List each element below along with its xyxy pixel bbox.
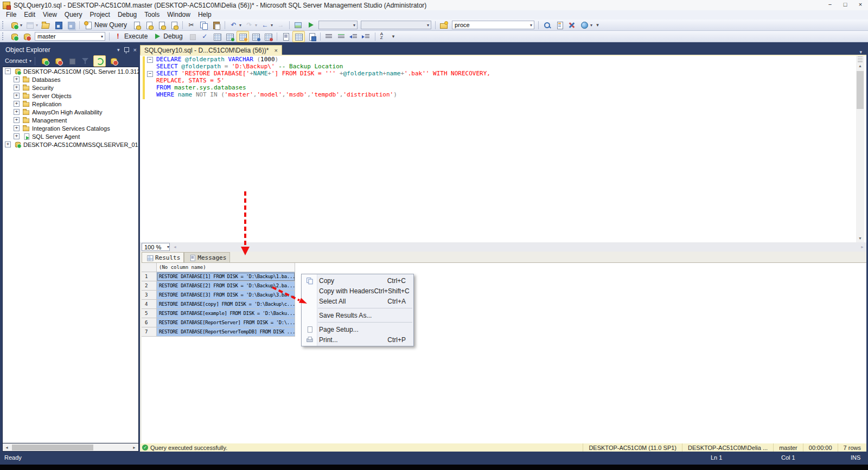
code-line-6[interactable]: WHERE name NOT IN ('master','model','msd… bbox=[140, 91, 856, 98]
expand-icon[interactable]: + bbox=[14, 109, 20, 115]
start-debugging-button[interactable] bbox=[305, 20, 316, 30]
result-cell[interactable]: RESTORE DATABASE[example] FROM DISK = 'D… bbox=[157, 309, 295, 318]
splitter-grip[interactable] bbox=[858, 56, 863, 62]
chevron-down-icon[interactable]: ▾ bbox=[530, 23, 532, 28]
expand-icon[interactable]: + bbox=[14, 85, 20, 91]
fold-collapse-icon[interactable]: − bbox=[147, 57, 153, 63]
zoom-combo[interactable]: 100 % ▾ bbox=[142, 243, 170, 251]
database-engine-query-button[interactable] bbox=[131, 20, 142, 30]
results-to-file-button[interactable] bbox=[306, 31, 317, 42]
maximize-button[interactable]: □ bbox=[838, 0, 853, 10]
parse-button[interactable]: ✓ bbox=[199, 31, 210, 42]
menu-debug[interactable]: Debug bbox=[114, 10, 141, 20]
activity-monitor-button[interactable]: ▾ bbox=[24, 20, 39, 30]
showplan-xml-button[interactable] bbox=[292, 20, 304, 30]
table-row[interactable]: 2RESTORE DATABASE[2] FROM DISK = 'D:\Bac… bbox=[142, 281, 866, 291]
disconnect-server-button[interactable] bbox=[53, 56, 64, 66]
stop-button[interactable] bbox=[66, 56, 78, 66]
menu-item-copy-with-headers[interactable]: Copy with HeadersCtrl+Shift+C bbox=[302, 286, 413, 296]
expand-icon[interactable]: + bbox=[14, 101, 20, 107]
toolbar-options-icon[interactable]: ▾ bbox=[596, 22, 599, 28]
save-all-button[interactable] bbox=[65, 20, 76, 30]
menu-file[interactable]: File bbox=[2, 10, 20, 20]
menu-edit[interactable]: Edit bbox=[20, 10, 39, 20]
close-button[interactable]: × bbox=[853, 0, 868, 10]
dmx-query-button[interactable] bbox=[156, 20, 167, 30]
undo-button[interactable]: ↶▾ bbox=[228, 20, 242, 30]
chevron-down-icon[interactable]: ▾ bbox=[427, 23, 429, 28]
chevron-down-icon[interactable]: ▾ bbox=[101, 34, 103, 39]
expand-icon[interactable]: + bbox=[14, 125, 20, 131]
navigate-backward-button[interactable]: ←▾ bbox=[259, 20, 274, 30]
available-databases-combo[interactable]: master▾ bbox=[35, 32, 105, 41]
mdx-query-button[interactable] bbox=[143, 20, 155, 30]
increase-indent-button[interactable] bbox=[361, 31, 372, 42]
code-line-5[interactable]: FROM master.sys.databases bbox=[140, 84, 856, 91]
grid-corner-cell[interactable] bbox=[142, 263, 157, 272]
pin-icon[interactable] bbox=[124, 47, 129, 52]
expand-icon[interactable]: + bbox=[14, 117, 20, 123]
sql-editor[interactable]: −DECLARE @folderpath VARCHAR (1000)SELEC… bbox=[140, 56, 866, 242]
new-query-button[interactable]: New Query bbox=[82, 20, 130, 30]
decrease-indent-button[interactable] bbox=[348, 31, 360, 42]
result-cell[interactable]: RESTORE DATABASE[ReportServerTempDB] FRO… bbox=[157, 327, 295, 337]
chevron-down-icon[interactable]: ▾ bbox=[353, 23, 355, 28]
quick-find-button[interactable] bbox=[541, 20, 553, 30]
tree-item-sql-server-agent[interactable]: +SQL Server Agent bbox=[3, 132, 138, 140]
copy-button[interactable] bbox=[198, 20, 209, 30]
toolbar-grip[interactable] bbox=[2, 33, 7, 40]
uncomment-selection-button[interactable] bbox=[336, 31, 347, 42]
row-number-cell[interactable]: 2 bbox=[142, 281, 157, 291]
result-cell[interactable]: RESTORE DATABASE[2] FROM DISK = 'D:\Back… bbox=[157, 281, 295, 291]
tree-item-integration-services-catalogs[interactable]: +Integration Services Catalogs bbox=[3, 124, 138, 132]
menu-view[interactable]: View bbox=[39, 10, 61, 20]
scroll-right-icon[interactable]: ► bbox=[130, 446, 138, 449]
intellisense-enabled-button[interactable] bbox=[237, 31, 249, 42]
code-line-1[interactable]: −DECLARE @folderpath VARCHAR (1000) bbox=[140, 56, 856, 63]
save-button[interactable] bbox=[53, 20, 64, 30]
open-file-button[interactable] bbox=[40, 20, 52, 30]
expand-icon[interactable]: + bbox=[14, 76, 20, 82]
filter-button[interactable] bbox=[80, 56, 91, 66]
tab-list-dropdown-icon[interactable]: ▾ bbox=[859, 49, 862, 55]
code-line-4[interactable]: REPLACE, STATS = 5' bbox=[140, 77, 856, 84]
row-number-cell[interactable]: 7 bbox=[142, 327, 157, 337]
tree-item-databases[interactable]: +Databases bbox=[3, 75, 138, 83]
toolbar-grip[interactable] bbox=[2, 21, 7, 29]
tree-item-alwayson-high-availability[interactable]: +AlwaysOn High Availability bbox=[3, 108, 138, 116]
shutdown-server-button[interactable] bbox=[108, 56, 119, 66]
result-cell[interactable]: RESTORE DATABASE[3] FROM DISK = 'D:\Back… bbox=[157, 291, 295, 300]
row-number-cell[interactable]: 5 bbox=[142, 309, 157, 318]
tab-results[interactable]: Results bbox=[142, 252, 184, 262]
expand-icon[interactable]: + bbox=[14, 93, 20, 99]
grid-column-header[interactable]: (No column name) bbox=[157, 263, 295, 272]
result-cell[interactable]: RESTORE DATABASE[1] FROM DISK = 'D:\Back… bbox=[157, 272, 295, 281]
results-to-grid-button[interactable] bbox=[292, 31, 305, 42]
refresh-button[interactable] bbox=[93, 55, 106, 67]
tab-messages[interactable]: Messages bbox=[184, 252, 230, 262]
comment-selection-button[interactable] bbox=[323, 31, 335, 42]
cancel-executing-query-button[interactable] bbox=[187, 31, 198, 42]
tree-item-server-objects[interactable]: +Server Objects bbox=[3, 92, 138, 100]
table-row[interactable]: 4RESTORE DATABASE[copy] FROM DISK = 'D:\… bbox=[142, 300, 866, 309]
row-number-cell[interactable]: 1 bbox=[142, 272, 157, 281]
include-actual-plan-button[interactable] bbox=[250, 31, 261, 42]
scroll-up-icon[interactable]: ▲ bbox=[856, 62, 864, 70]
web-browser-button[interactable]: ▾ bbox=[579, 20, 593, 30]
toolbox-button[interactable] bbox=[566, 20, 578, 30]
tree-item-desktop-ac51c0m-sql-server-11-[interactable]: −DESKTOP-AC51C0M (SQL Server 11.0.3128 -… bbox=[3, 67, 138, 75]
table-row[interactable]: 5RESTORE DATABASE[example] FROM DISK = '… bbox=[142, 309, 866, 318]
code-line-2[interactable]: SELECT @folderpath = 'D:\Backup\' -- Bac… bbox=[140, 63, 856, 70]
scrollbar-thumb[interactable] bbox=[857, 71, 864, 109]
menu-item-save-results-as[interactable]: Save Results As... bbox=[302, 310, 413, 320]
table-row[interactable]: 7RESTORE DATABASE[ReportServerTempDB] FR… bbox=[142, 327, 866, 337]
change-connection-button[interactable] bbox=[9, 31, 20, 42]
minimize-button[interactable]: − bbox=[822, 0, 838, 10]
row-number-cell[interactable]: 4 bbox=[142, 300, 157, 309]
new-database-engine-query-button[interactable]: ▾ bbox=[9, 20, 23, 30]
table-row[interactable]: 1RESTORE DATABASE[1] FROM DISK = 'D:\Bac… bbox=[142, 272, 866, 281]
menu-item-copy[interactable]: CopyCtrl+C bbox=[302, 275, 413, 286]
tree-item-desktop-ac51c0m-mssqlserver-01[interactable]: +DESKTOP-AC51C0M\MSSQLSERVER_01 (SQL Ser bbox=[3, 140, 138, 149]
menu-tools[interactable]: Tools bbox=[141, 10, 163, 20]
sort-button[interactable] bbox=[378, 31, 390, 42]
